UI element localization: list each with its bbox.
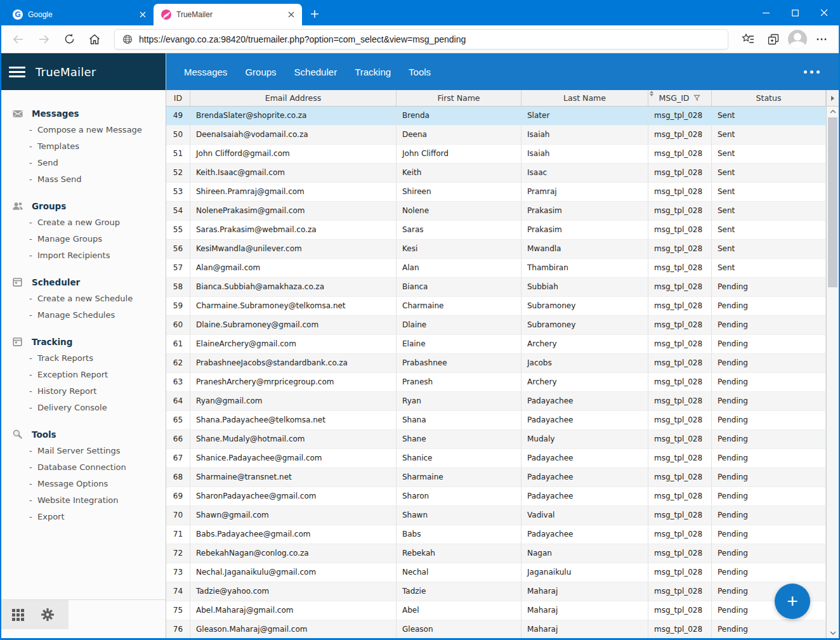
sidebar-item-delivery-console[interactable]: Delivery Console	[29, 400, 166, 416]
favorites-icon[interactable]	[737, 29, 759, 50]
table-row[interactable]: 60Dlaine.Subramoney@gmail.comDlaineSubra…	[166, 316, 826, 335]
home-icon[interactable]	[84, 29, 105, 50]
address-bar[interactable]: https://evango.co.za:98420/truemailer.ph…	[114, 29, 728, 49]
sidebar-section-title[interactable]: Messages	[1, 105, 166, 122]
sort-icon[interactable]	[650, 91, 653, 96]
table-row[interactable]: 71Babs.Padayachee@gmail.comBabsPadayache…	[166, 525, 826, 544]
sidebar-item-create-a-new-schedule[interactable]: Create a new Schedule	[29, 291, 166, 307]
cell-id: 53	[166, 183, 190, 202]
table-row[interactable]: 52Keith.Isaac@gmail.comKeithIsaacmsg_tpl…	[166, 164, 826, 183]
sidebar-item-export[interactable]: Export	[29, 509, 166, 525]
table-row[interactable]: 76Gleason.Maharaj@gmail.comGleasonMahara…	[166, 620, 826, 638]
table-row[interactable]: 49BrendaSlater@shoprite.co.zaBrendaSlate…	[166, 107, 826, 126]
sidebar-section-title[interactable]: Scheduler	[1, 274, 166, 291]
vertical-scrollbar[interactable]	[827, 107, 839, 638]
browser-menu-icon[interactable]	[811, 29, 832, 50]
back-icon[interactable]	[8, 29, 29, 50]
sidebar-item-import-recipients[interactable]: Import Recipients	[29, 247, 166, 264]
table-row[interactable]: 69SharonPadayachee@gmail.comSharonPadaya…	[166, 487, 826, 506]
scroll-up-icon[interactable]	[827, 107, 839, 117]
maximize-button[interactable]	[780, 0, 810, 25]
hamburger-menu-icon[interactable]	[9, 67, 25, 77]
sidebar-item-track-reports[interactable]: Track Reports	[29, 350, 166, 367]
column-header-msg-id[interactable]: MSG_ID	[648, 90, 712, 106]
nav-item-groups[interactable]: Groups	[236, 62, 285, 82]
table-row[interactable]: 70Shawn@gmail.comShawnVadivalmsg_tpl_028…	[166, 506, 826, 525]
table-row[interactable]: 55Saras.Prakasim@webmail.co.zaSarasPraka…	[166, 221, 826, 240]
table-row[interactable]: 53Shireen.Pramraj@gmail.comShireenPramra…	[166, 183, 826, 202]
table-row[interactable]: 59Charmaine.Subramoney@telkomsa.netCharm…	[166, 297, 826, 316]
sidebar-section-title[interactable]: Groups	[1, 198, 166, 214]
sidebar-item-website-integration[interactable]: Website Integration	[29, 492, 166, 509]
column-header-email[interactable]: Email Address	[190, 90, 397, 106]
cell-id: 52	[166, 164, 190, 183]
tab-close-icon[interactable]	[137, 9, 148, 20]
table-row[interactable]: 62PrabashneeJacobs@standardbank.co.zaPra…	[166, 354, 826, 373]
sidebar-item-send[interactable]: Send	[29, 155, 166, 171]
table-row[interactable]: 63PraneshArchery@mrpricegroup.comPranesh…	[166, 373, 826, 392]
column-options-arrow-icon[interactable]	[827, 90, 839, 107]
minimize-button[interactable]	[751, 0, 780, 25]
cell-first-name: Rebekah	[397, 544, 522, 563]
cell-first-name: Sharmaine	[397, 468, 522, 487]
column-header-last-name[interactable]: Last Name	[522, 90, 648, 106]
nav-item-messages[interactable]: Messages	[175, 62, 236, 82]
table-row[interactable]: 50DeenaIsaiah@vodamail.co.zaDeenaIsaiahm…	[166, 126, 826, 145]
nav-more-button[interactable]	[794, 70, 830, 74]
column-header-id[interactable]: ID	[166, 90, 190, 106]
sidebar-section-label: Groups	[32, 201, 66, 211]
sidebar-item-message-options[interactable]: Message Options	[29, 476, 166, 492]
table-row[interactable]: 54NolenePrakasim@gmail.comNolenePrakasim…	[166, 202, 826, 221]
reload-icon[interactable]	[58, 29, 80, 50]
tab-google[interactable]: G Google	[5, 4, 154, 25]
collections-icon[interactable]	[763, 29, 784, 50]
table-row[interactable]: 66Shane.Mudaly@hotmail.comShaneMudalymsg…	[166, 430, 826, 449]
column-header-first-name[interactable]: First Name	[397, 90, 522, 106]
sidebar-item-compose-a-new-message[interactable]: Compose a new Message	[29, 122, 166, 138]
table-row[interactable]: 73Nechal.Jaganaikulu@gmail.comNechalJaga…	[166, 563, 826, 582]
table-row[interactable]: 56KesiMwandla@unilever.comKesiMwandlamsg…	[166, 240, 826, 259]
tab-truemailer[interactable]: TrueMailer	[154, 4, 302, 25]
close-button[interactable]	[810, 0, 839, 25]
table-row[interactable]: 68Sharmaine@transnet.netSharmainePadayac…	[166, 468, 826, 487]
cell-msg-id: msg_tpl_028	[648, 145, 712, 164]
cell-last-name: Mwandla	[522, 240, 648, 259]
table-row[interactable]: 67Shanice.Padayachee@gmail.comShanicePad…	[166, 449, 826, 468]
table-row[interactable]: 74Tadzie@yahoo.comTadzieMaharajmsg_tpl_0…	[166, 582, 826, 601]
sidebar-section-title[interactable]: Tools	[1, 426, 166, 443]
table-row[interactable]: 72RebekahNagan@conlog.co.zaRebekahNaganm…	[166, 544, 826, 563]
nav-item-tools[interactable]: Tools	[400, 62, 440, 82]
apps-grid-icon[interactable]	[11, 608, 25, 622]
gear-icon[interactable]	[40, 607, 55, 622]
sidebar-item-templates[interactable]: Templates	[29, 138, 166, 155]
table-row[interactable]: 61ElaineArchery@gmail.comElaineArcheryms…	[166, 335, 826, 354]
table-row[interactable]: 51John Clifford@gmail.comJohn CliffordIs…	[166, 145, 826, 164]
sidebar-item-mail-server-settings[interactable]: Mail Server Settings	[29, 443, 166, 459]
add-record-fab[interactable]: +	[775, 584, 810, 619]
sidebar-item-create-a-new-group[interactable]: Create a new Group	[29, 214, 166, 231]
sidebar-section-title[interactable]: Tracking	[1, 334, 166, 350]
table-row[interactable]: 57Alan@gmail.comAlanThambiranmsg_tpl_028…	[166, 259, 826, 278]
sidebar-item-history-report[interactable]: History Report	[29, 383, 166, 400]
table-row[interactable]: 75Abel.Maharaj@gmail.comAbelMaharajmsg_t…	[166, 601, 826, 620]
sidebar-item-database-connection[interactable]: Database Connection	[29, 459, 166, 476]
tab-close-icon[interactable]	[285, 9, 297, 20]
nav-item-scheduler[interactable]: Scheduler	[285, 62, 346, 82]
sidebar-item-manage-schedules[interactable]: Manage Schedules	[29, 307, 166, 323]
cell-email: DeenaIsaiah@vodamail.co.za	[190, 126, 397, 145]
filter-icon[interactable]	[693, 95, 700, 101]
new-tab-button[interactable]	[306, 5, 324, 23]
nav-item-tracking[interactable]: Tracking	[346, 62, 400, 82]
forward-icon[interactable]	[33, 29, 55, 50]
sidebar-item-exception-report[interactable]: Exception Report	[29, 367, 166, 383]
column-header-status[interactable]: Status	[712, 90, 826, 106]
table-row[interactable]: 64Ryan@gmail.comRyanPadayacheemsg_tpl_02…	[166, 392, 826, 411]
cell-email: Shawn@gmail.com	[190, 506, 397, 525]
sidebar-item-manage-groups[interactable]: Manage Groups	[29, 231, 166, 247]
table-row[interactable]: 58Bianca.Subbiah@amakhaza.co.zaBiancaSub…	[166, 278, 826, 297]
profile-avatar[interactable]	[788, 30, 807, 49]
scrollbar-thumb[interactable]	[828, 117, 837, 287]
scroll-down-icon[interactable]	[827, 628, 839, 638]
sidebar-item-mass-send[interactable]: Mass Send	[29, 171, 166, 188]
table-row[interactable]: 65Shana.Padayachee@telkomsa.netShanaPada…	[166, 411, 826, 430]
